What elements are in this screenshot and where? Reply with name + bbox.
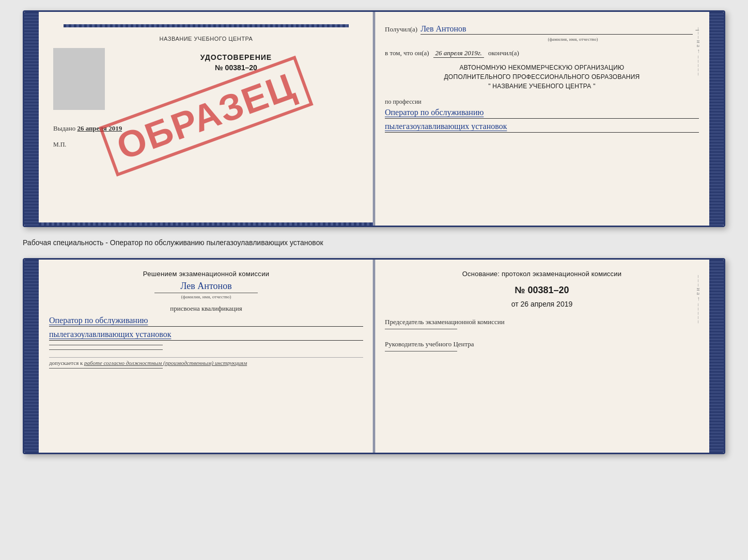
binding-right-bottom bbox=[709, 260, 724, 453]
protocol-number: № 00381–20 bbox=[385, 285, 699, 296]
fio-label-bottom: (фамилия, имя, отчество) bbox=[49, 294, 363, 299]
top-cert-right-page: Получил(а) Лев Антонов – (фамилия, имя, … bbox=[375, 12, 709, 226]
admitted-section: допускается к работе согласно должностны… bbox=[49, 357, 363, 366]
profession-label: по профессии bbox=[385, 98, 699, 106]
admitted-value: работе согласно должностным (производств… bbox=[84, 360, 247, 366]
fio-label-top: (фамилия, имя, отчество) bbox=[447, 37, 699, 42]
received-line: Получил(а) Лев Антонов – bbox=[385, 24, 699, 35]
cert-title: УДОСТОВЕРЕНИЕ bbox=[113, 53, 359, 61]
bottom-cert-left-page: Решением экзаменационной комиссии Лев Ан… bbox=[39, 260, 375, 453]
chairman-signature-line bbox=[385, 329, 457, 329]
bottom-certificate-book: Решением экзаменационной комиссии Лев Ан… bbox=[23, 258, 725, 454]
cert-photo bbox=[53, 48, 105, 110]
admitted-label: допускается к bbox=[49, 360, 83, 366]
cert-mp: М.П. bbox=[53, 141, 359, 149]
qualification-line2: пылегазоулавливающих установок bbox=[49, 330, 363, 341]
profession-line2: пылегазоулавливающих установок bbox=[385, 122, 699, 133]
date-prefix: в том, что он(а) bbox=[385, 49, 429, 57]
org-line3: " НАЗВАНИЕ УЧЕБНОГО ЦЕНТРА " bbox=[385, 82, 699, 91]
qualification-label: присвоена квалификация bbox=[49, 305, 363, 313]
middle-text: Рабочая специальность - Оператор по обсл… bbox=[23, 233, 725, 252]
org-line2: ДОПОЛНИТЕЛЬНОГО ПРОФЕССИОНАЛЬНОГО ОБРАЗО… bbox=[385, 72, 699, 82]
protocol-date-prefix: от bbox=[511, 300, 519, 308]
director-label: Руководитель учебного Центра bbox=[385, 340, 699, 349]
profession-line1: Оператор по обслуживанию bbox=[385, 108, 699, 119]
binding-left-bottom bbox=[24, 260, 39, 453]
binding-left bbox=[24, 12, 39, 226]
document-container: НАЗВАНИЕ УЧЕБНОГО ЦЕНТРА УДОСТОВЕРЕНИЕ №… bbox=[23, 10, 725, 454]
director-signature-line bbox=[385, 351, 457, 351]
org-line1: АВТОНОМНУЮ НЕКОММЕРЧЕСКУЮ ОРГАНИЗАЦИЮ bbox=[385, 63, 699, 72]
top-cert-left-page: НАЗВАНИЕ УЧЕБНОГО ЦЕНТРА УДОСТОВЕРЕНИЕ №… bbox=[39, 12, 375, 226]
date-value: 26 апреля 2019г. bbox=[433, 49, 484, 58]
bottom-cert-right-page: Основание: протокол экзаменационной коми… bbox=[375, 260, 709, 453]
decision-text: Решением экзаменационной комиссии bbox=[49, 270, 363, 278]
right-margin-top: – – – и а ← – – – – – bbox=[693, 27, 705, 75]
right-margin-bottom: – – – и а ← – – – – – bbox=[693, 275, 705, 323]
date-line: в том, что он(а) 26 апреля 2019г. окончи… bbox=[385, 49, 699, 58]
protocol-date: от 26 апреля 2019 bbox=[385, 300, 699, 308]
qualification-line1: Оператор по обслуживанию bbox=[49, 316, 363, 327]
cert-header: НАЗВАНИЕ УЧЕБНОГО ЦЕНТРА bbox=[53, 36, 359, 42]
received-label: Получил(а) bbox=[385, 25, 417, 34]
cert-issued-label: Выдано bbox=[53, 124, 75, 132]
date-suffix: окончил(а) bbox=[488, 49, 519, 57]
osnovaniye-text: Основание: протокол экзаменационной коми… bbox=[385, 270, 699, 278]
chairman-label: Председатель экзаменационной комиссии bbox=[385, 317, 699, 327]
received-name: Лев Антонов bbox=[420, 24, 692, 35]
bottom-person-name: Лев Антонов bbox=[49, 281, 363, 292]
protocol-date-value: 26 апреля 2019 bbox=[521, 300, 573, 308]
cert-issued-date: 26 апреля 2019 bbox=[77, 124, 122, 132]
binding-right-top bbox=[709, 12, 724, 226]
cert-number: № 00381–20 bbox=[113, 63, 359, 72]
top-certificate-book: НАЗВАНИЕ УЧЕБНОГО ЦЕНТРА УДОСТОВЕРЕНИЕ №… bbox=[23, 10, 725, 227]
org-text: АВТОНОМНУЮ НЕКОММЕРЧЕСКУЮ ОРГАНИЗАЦИЮ ДО… bbox=[385, 63, 699, 91]
inner-border-bottom bbox=[39, 222, 373, 226]
